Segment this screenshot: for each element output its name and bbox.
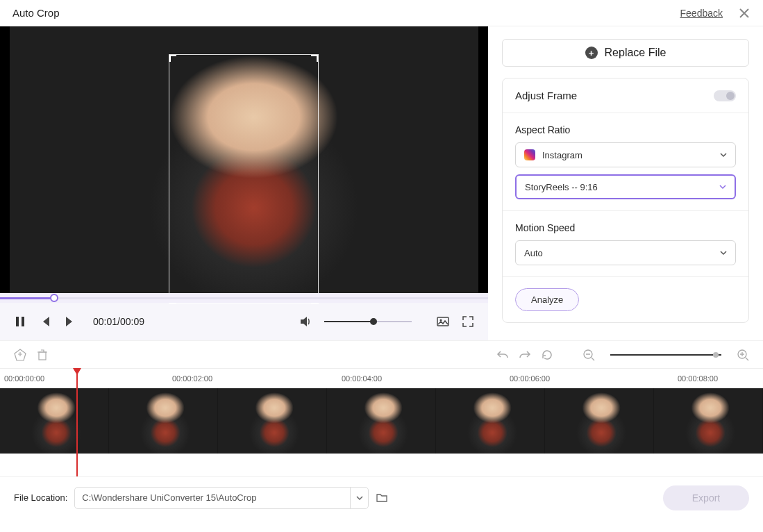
motion-speed-value: Auto xyxy=(524,248,543,258)
aspect-ratio-dropdown[interactable]: StoryReels -- 9:16 xyxy=(515,174,736,199)
snapshot-icon[interactable] xyxy=(437,315,449,328)
file-location-label: File Location: xyxy=(14,492,67,503)
undo-icon[interactable] xyxy=(496,349,509,361)
video-preview[interactable] xyxy=(0,26,488,293)
chevron-down-icon xyxy=(720,249,727,256)
motion-speed-dropdown[interactable]: Auto xyxy=(515,240,736,265)
ruler-tick: 00:00:08:00 xyxy=(678,374,718,383)
zoom-slider[interactable] xyxy=(610,354,721,356)
file-location-dropdown[interactable] xyxy=(350,488,368,508)
fullscreen-icon[interactable] xyxy=(462,315,474,328)
platform-value: Instagram xyxy=(542,150,582,160)
replace-file-button[interactable]: + Replace File xyxy=(502,39,749,67)
timeline-thumb xyxy=(654,388,763,454)
instagram-icon xyxy=(524,149,535,160)
aspect-ratio-value: StoryReels -- 9:16 xyxy=(525,182,598,192)
timeline-thumb xyxy=(545,388,654,454)
timeline-thumb xyxy=(218,388,327,454)
window-title: Auto Crop xyxy=(12,7,60,19)
playhead[interactable] xyxy=(76,369,78,476)
pause-button[interactable] xyxy=(14,315,26,328)
platform-dropdown[interactable]: Instagram xyxy=(515,142,736,167)
timeline-ruler[interactable]: 00:00:00:00 00:00:02:00 00:00:04:00 00:0… xyxy=(0,369,763,388)
next-frame-button[interactable] xyxy=(64,315,76,328)
plus-icon: + xyxy=(585,47,598,59)
svg-rect-2 xyxy=(437,317,448,326)
close-icon[interactable] xyxy=(738,7,751,19)
file-location-field[interactable]: C:\Wondershare UniConverter 15\AutoCrop xyxy=(74,487,369,509)
analyze-button[interactable]: Analyze xyxy=(515,288,579,311)
delete-icon[interactable] xyxy=(36,349,49,361)
seek-bar[interactable] xyxy=(0,293,488,303)
svg-rect-4 xyxy=(39,352,46,360)
timeline[interactable]: 00:00:00:00 00:00:02:00 00:00:04:00 00:0… xyxy=(0,368,763,476)
file-location-path: C:\Wondershare UniConverter 15\AutoCrop xyxy=(75,492,350,503)
svg-rect-0 xyxy=(16,317,19,326)
playback-time: 00:01/00:09 xyxy=(93,316,144,327)
chevron-down-icon xyxy=(720,151,727,158)
prev-frame-button[interactable] xyxy=(39,315,51,328)
ruler-tick: 00:00:00:00 xyxy=(4,374,44,383)
open-folder-icon[interactable] xyxy=(376,492,388,504)
aspect-ratio-label: Aspect Ratio xyxy=(515,124,736,135)
timeline-thumb xyxy=(109,388,218,454)
volume-slider[interactable] xyxy=(324,321,412,322)
ruler-tick: 00:00:04:00 xyxy=(342,374,382,383)
timeline-thumb xyxy=(436,388,545,454)
ruler-tick: 00:00:06:00 xyxy=(510,374,550,383)
timeline-thumb xyxy=(0,388,109,454)
adjust-frame-toggle[interactable] xyxy=(714,90,736,101)
export-button[interactable]: Export xyxy=(663,485,749,510)
refresh-icon[interactable] xyxy=(541,349,553,361)
redo-icon[interactable] xyxy=(519,349,531,361)
seek-thumb[interactable] xyxy=(50,294,58,302)
add-marker-icon[interactable] xyxy=(14,349,26,361)
timeline-thumb xyxy=(327,388,436,454)
replace-file-label: Replace File xyxy=(605,47,666,59)
crop-frame[interactable] xyxy=(169,54,319,304)
volume-icon[interactable] xyxy=(299,315,312,328)
svg-rect-1 xyxy=(22,317,24,326)
ruler-tick: 00:00:02:00 xyxy=(172,374,212,383)
motion-speed-label: Motion Speed xyxy=(515,222,736,233)
zoom-in-icon[interactable] xyxy=(737,349,749,361)
zoom-out-icon[interactable] xyxy=(582,349,595,361)
timeline-thumbnails[interactable] xyxy=(0,388,763,454)
chevron-down-icon xyxy=(719,183,726,190)
adjust-frame-label: Adjust Frame xyxy=(515,90,577,101)
feedback-link[interactable]: Feedback xyxy=(680,8,723,19)
